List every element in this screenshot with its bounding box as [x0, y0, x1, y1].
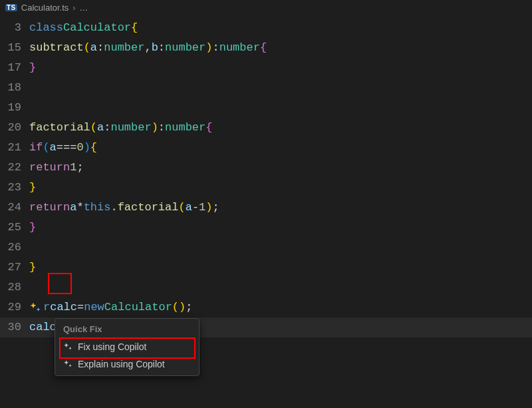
code-line[interactable]: 17 } — [0, 58, 532, 78]
token-this: this — [84, 198, 111, 218]
token-keyword: class — [29, 18, 63, 38]
token-ident: a — [186, 198, 192, 218]
token-func: factorial — [29, 118, 90, 138]
quick-fix-title: Quick Fix — [55, 319, 199, 338]
copilot-sparkle-icon[interactable] — [29, 302, 41, 313]
token-number: 1 — [70, 158, 76, 178]
quick-fix-item-fix-copilot[interactable]: Fix using Copilot — [55, 338, 199, 355]
quick-fix-menu[interactable]: Quick Fix Fix using Copilot Explain usin… — [55, 318, 200, 376]
line-number: 28 — [0, 278, 29, 298]
code-editor[interactable]: 3 class Calculator { 15 subtract(a: numb… — [0, 15, 532, 337]
code-line[interactable]: 26 — [0, 238, 532, 258]
quick-fix-item-label: Explain using Copilot — [78, 359, 165, 369]
token-ident: a — [97, 118, 104, 138]
token-keyword: return — [29, 198, 70, 218]
token-ident: a — [50, 138, 57, 158]
code-line[interactable]: 19 — [0, 98, 532, 118]
token-ident: calc — [29, 317, 57, 337]
token-class: Calculator — [63, 18, 131, 38]
chevron-right-icon: › — [72, 3, 75, 13]
line-number: 30 — [0, 317, 29, 337]
line-number: 20 — [0, 118, 29, 138]
token-func: factorial — [118, 198, 179, 218]
token-ident: a — [90, 38, 97, 58]
line-number: 22 — [0, 158, 29, 178]
line-number: 26 — [0, 238, 29, 258]
token-func: subtract — [29, 38, 84, 58]
token-type: number — [165, 118, 205, 138]
code-line[interactable]: 24 return a * this.factorial(a - 1); — [0, 198, 532, 218]
line-number: 24 — [0, 198, 29, 218]
token-ident: a — [70, 198, 76, 218]
line-number: 23 — [0, 178, 29, 198]
file-type-badge: TS — [5, 4, 17, 11]
quick-fix-item-explain-copilot[interactable]: Explain using Copilot — [55, 355, 199, 373]
token-class: Calculator — [104, 298, 172, 317]
token-type: number — [110, 118, 151, 138]
token-keyword: r — [43, 298, 50, 317]
sparkle-icon — [63, 359, 72, 369]
token-op: * — [76, 198, 83, 218]
token-op: = — [77, 298, 84, 317]
line-number: 3 — [0, 18, 29, 38]
token-number: 0 — [76, 138, 83, 158]
breadcrumb-ellipsis[interactable]: … — [79, 3, 88, 13]
token-type: number — [219, 38, 260, 58]
code-line[interactable]: 29 r calc = new Calculator(); — [0, 298, 532, 317]
code-line[interactable]: 23 } — [0, 178, 532, 198]
token-ident: b — [152, 38, 158, 58]
token-number: 1 — [199, 198, 205, 218]
token-op: === — [57, 138, 77, 158]
token-ident: calc — [50, 298, 77, 317]
code-line[interactable]: 27 } — [0, 258, 532, 278]
line-number: 15 — [0, 38, 29, 58]
token-op: - — [192, 198, 199, 218]
breadcrumb[interactable]: TS Calculator.ts › … — [0, 0, 532, 15]
code-line[interactable]: 25 } — [0, 218, 532, 238]
code-line[interactable]: 21 if (a === 0) { — [0, 138, 532, 158]
line-number: 21 — [0, 138, 29, 158]
token-type: number — [165, 38, 205, 58]
line-number: 29 — [0, 298, 29, 317]
line-number: 19 — [0, 98, 29, 118]
token-keyword: new — [84, 298, 104, 317]
line-number: 18 — [0, 78, 29, 98]
line-number: 27 — [0, 258, 29, 278]
token-type: number — [104, 38, 144, 58]
token-keyword: return — [29, 158, 70, 178]
code-line[interactable]: 22 return 1; — [0, 158, 532, 178]
code-line[interactable]: 18 — [0, 78, 532, 98]
code-line[interactable]: 20 factorial(a: number): number { — [0, 118, 532, 138]
code-line[interactable]: 3 class Calculator { — [0, 18, 532, 38]
sparkle-icon — [63, 342, 72, 351]
quick-fix-item-label: Fix using Copilot — [78, 341, 147, 352]
token-keyword: if — [29, 138, 43, 158]
breadcrumb-file[interactable]: Calculator.ts — [21, 3, 69, 13]
line-number: 17 — [0, 58, 29, 78]
line-number: 25 — [0, 218, 29, 238]
code-line[interactable]: 15 subtract(a: number, b: number): numbe… — [0, 38, 532, 58]
code-line[interactable]: 28 — [0, 278, 532, 298]
